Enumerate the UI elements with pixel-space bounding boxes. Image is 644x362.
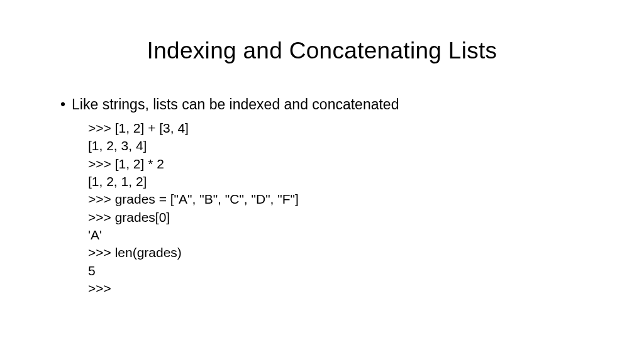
slide-title: Indexing and Concatenating Lists bbox=[57, 38, 587, 64]
code-line: >>> [1, 2] * 2 bbox=[88, 155, 587, 173]
slide-content: • Like strings, lists can be indexed and… bbox=[57, 96, 587, 297]
code-line: >>> [1, 2] + [3, 4] bbox=[88, 119, 587, 137]
code-line: 5 bbox=[88, 262, 587, 280]
slide: Indexing and Concatenating Lists • Like … bbox=[0, 0, 644, 362]
code-line: >>> bbox=[88, 280, 587, 297]
bullet-text: Like strings, lists can be indexed and c… bbox=[72, 96, 399, 114]
code-line: [1, 2, 3, 4] bbox=[88, 137, 587, 155]
code-line: [1, 2, 1, 2] bbox=[88, 173, 587, 190]
code-line: >>> len(grades) bbox=[88, 244, 587, 261]
code-line: >>> grades = ["A", "B", "C", "D", "F"] bbox=[88, 190, 587, 208]
bullet-item: • Like strings, lists can be indexed and… bbox=[60, 96, 587, 114]
code-line: >>> grades[0] bbox=[88, 209, 587, 226]
code-block: >>> [1, 2] + [3, 4] [1, 2, 3, 4] >>> [1,… bbox=[60, 119, 587, 297]
bullet-dot: • bbox=[60, 96, 65, 114]
code-line: 'A' bbox=[88, 226, 587, 244]
